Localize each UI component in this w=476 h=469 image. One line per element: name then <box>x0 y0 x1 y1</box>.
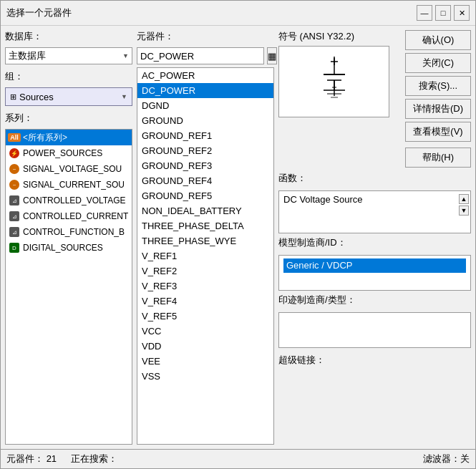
confirm-button[interactable]: 确认(O) <box>405 30 471 50</box>
comp-header: ▦ <box>137 47 274 64</box>
series-item-label: CONTROL_FUNCTION_B <box>23 227 125 237</box>
comp-search-input[interactable] <box>137 47 264 64</box>
hyperlink-box: 超级链接： <box>278 351 471 369</box>
group-dropdown-arrow: ▼ <box>121 93 127 100</box>
group-dropdown[interactable]: ⊞ Sources ▼ <box>5 87 132 106</box>
comp-list-item[interactable]: GROUND_REF2 <box>137 143 273 158</box>
series-item-all[interactable]: All<所有系列> <box>6 130 132 145</box>
main-window: 选择一个元器件 — □ ✕ 数据库： 主数据库 ▼ 组： ⊞ <box>0 0 476 469</box>
close-button[interactable]: ✕ <box>454 5 470 21</box>
comp-list-item[interactable]: THREE_PHASE_WYE <box>137 233 273 248</box>
series-item-ctrlvolt[interactable]: ⊿CONTROLLED_VOLTAGE <box>6 193 132 208</box>
action-buttons: 确认(O) 关闭(C) 搜索(S)... 详情报告(D) 查看模型(V) 帮助(… <box>405 30 471 168</box>
symbol-label: 符号 (ANSI Y32.2) <box>278 30 401 43</box>
series-icon: ⚡ <box>9 148 20 159</box>
close-dialog-button[interactable]: 关闭(C) <box>405 53 471 73</box>
comp-list-item[interactable]: THREE_PHASE_DELTA <box>137 218 273 233</box>
comp-list-item[interactable]: NON_IDEAL_BATTERY <box>137 203 273 218</box>
series-item-power[interactable]: ⚡POWER_SOURCES <box>6 145 132 161</box>
comp-list-item[interactable]: VSS <box>137 369 273 384</box>
comp-list-item[interactable]: VCC <box>137 324 273 339</box>
comp-list-item[interactable]: AC_POWER <box>137 68 273 83</box>
view-model-button[interactable]: 查看模型(V) <box>405 122 471 142</box>
comp-list: AC_POWERDC_POWERDGNDGROUNDGROUND_REF1GRO… <box>137 67 274 445</box>
footprint-box <box>278 312 471 348</box>
mfr-label: 模型制造商/ID： <box>278 236 471 249</box>
mfr-selected-item: Generic / VDCP <box>283 258 466 273</box>
comp-list-item[interactable]: DGND <box>137 98 273 113</box>
series-item-ctrlcurr[interactable]: ⊿CONTROLLED_CURRENT <box>6 208 132 224</box>
title-bar: 选择一个元器件 — □ ✕ <box>1 1 475 26</box>
help-button[interactable]: 帮助(H) <box>405 148 471 168</box>
db-row: 主数据库 ▼ <box>5 47 132 64</box>
series-list: All<所有系列>⚡POWER_SOURCES~SIGNAL_VOLTAGE_S… <box>5 129 132 445</box>
mfr-inner: Generic / VDCP <box>283 258 466 287</box>
series-item-label: SIGNAL_CURRENT_SOU <box>23 180 125 190</box>
group-label: 组： <box>5 70 132 83</box>
series-item-label: DIGITAL_SOURCES <box>23 243 103 253</box>
group-value: Sources <box>19 92 54 102</box>
comp-list-item[interactable]: V_REF2 <box>137 263 273 279</box>
comp-list-item[interactable]: V_REF3 <box>137 279 273 294</box>
comp-list-item[interactable]: VEE <box>137 354 273 369</box>
mfr-box: Generic / VDCP <box>278 255 471 291</box>
db-label: 数据库： <box>5 30 132 43</box>
db-dropdown[interactable]: 主数据库 ▼ <box>5 47 132 64</box>
scroll-up-arrow[interactable]: ▲ <box>459 194 469 204</box>
title-buttons: — □ ✕ <box>417 5 470 21</box>
db-value: 主数据库 <box>9 49 46 62</box>
func-box: DC Voltage Source ▲ ▼ <box>278 190 471 233</box>
scroll-arrows: ▲ ▼ <box>459 194 469 216</box>
comp-list-item[interactable]: GROUND_REF5 <box>137 188 273 203</box>
series-icon: All <box>9 132 20 143</box>
comp-filter-button[interactable]: ▦ <box>267 47 277 64</box>
filter-icon: ▦ <box>268 51 276 62</box>
series-item-label: POWER_SOURCES <box>23 148 102 158</box>
status-comp-label: 元器件： 21 <box>6 453 57 465</box>
main-content: 数据库： 主数据库 ▼ 组： ⊞ Sources ▼ 系列： <box>1 26 475 449</box>
series-icon: ⊿ <box>9 226 20 238</box>
comp-list-item[interactable]: GROUND_REF3 <box>137 158 273 173</box>
left-panel: 数据库： 主数据库 ▼ 组： ⊞ Sources ▼ 系列： <box>5 30 132 445</box>
comp-list-item[interactable]: GROUND_REF1 <box>137 128 273 143</box>
comp-list-item[interactable]: V_REF5 <box>137 309 273 324</box>
status-searching: 正在搜索： <box>71 453 117 465</box>
series-item-ctrlfunc[interactable]: ⊿CONTROL_FUNCTION_B <box>6 224 132 240</box>
series-icon: ~ <box>9 179 20 190</box>
status-filter: 滤波器：关 <box>423 453 470 465</box>
series-item-label: CONTROLLED_CURRENT <box>23 211 128 221</box>
comp-label: 元器件： <box>137 30 274 43</box>
minimize-button[interactable]: — <box>417 5 432 21</box>
comp-list-item[interactable]: V_REF1 <box>137 248 273 263</box>
info-section: 函数： DC Voltage Source ▲ ▼ 模型制造商/ID： Gene… <box>278 172 471 445</box>
comp-list-item[interactable]: GROUND <box>137 113 273 128</box>
series-icon: ⊿ <box>9 195 20 206</box>
comp-list-item[interactable]: VDD <box>137 339 273 354</box>
group-row: ⊞ Sources ▼ <box>5 87 132 106</box>
scroll-down-arrow[interactable]: ▼ <box>459 206 469 216</box>
series-item-label: SIGNAL_VOLTAGE_SOU <box>23 164 122 174</box>
details-button[interactable]: 详情报告(D) <box>405 99 471 119</box>
window-title: 选择一个元器件 <box>6 6 72 19</box>
comp-list-item[interactable]: GROUND_REF4 <box>137 173 273 188</box>
footprint-label: 印迹制造商/类型： <box>278 294 471 306</box>
dc-power-symbol <box>306 53 363 110</box>
series-item-sigcurr[interactable]: ~SIGNAL_CURRENT_SOU <box>6 177 132 193</box>
comp-list-item[interactable]: DC_POWER <box>137 83 273 98</box>
db-dropdown-arrow: ▼ <box>122 52 129 59</box>
series-item-sigvolt[interactable]: ~SIGNAL_VOLTAGE_SOU <box>6 161 132 177</box>
series-icon: ~ <box>9 163 20 175</box>
series-icon: D <box>9 242 20 253</box>
status-bar: 元器件： 21 正在搜索： 滤波器：关 <box>1 449 475 468</box>
comp-list-item[interactable]: V_REF4 <box>137 294 273 309</box>
right-panel: 符号 (ANSI Y32.2) <box>278 30 471 445</box>
symbol-section: 符号 (ANSI Y32.2) <box>278 30 471 168</box>
group-icon: ⊞ <box>10 92 16 102</box>
series-item-label: <所有系列> <box>23 132 67 144</box>
func-label: 函数： <box>278 172 471 185</box>
maximize-button[interactable]: □ <box>435 5 451 21</box>
symbol-box <box>278 46 389 117</box>
search-button[interactable]: 搜索(S)... <box>405 76 471 96</box>
series-icon: ⊿ <box>9 211 20 222</box>
series-item-digital[interactable]: DDIGITAL_SOURCES <box>6 240 132 256</box>
